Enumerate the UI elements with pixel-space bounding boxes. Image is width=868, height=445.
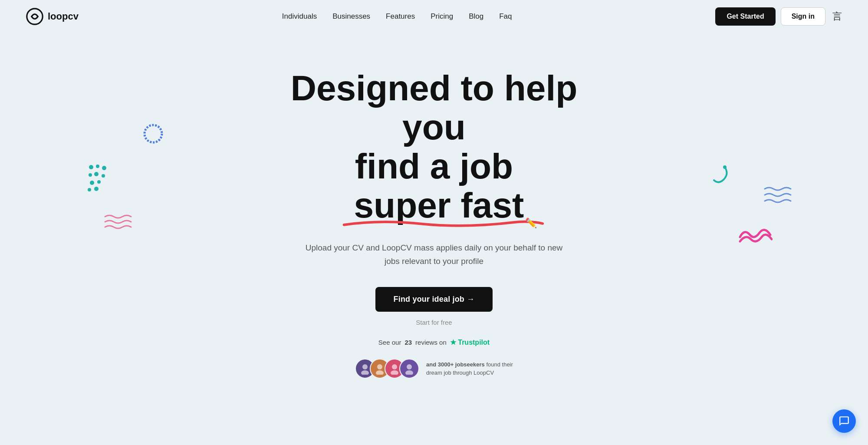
- deco-pink-scribble: [738, 226, 773, 250]
- hero-section: Designed to help you find a job super fa…: [0, 33, 868, 406]
- social-proof-text: and 3000+ jobseekers found their dream j…: [426, 360, 513, 377]
- hero-underlined-word: super fast ✏️: [344, 186, 524, 225]
- find-job-button[interactable]: Find your ideal job →: [375, 287, 493, 312]
- pencil-icon: ✏️: [525, 218, 537, 228]
- nav-links: Individuals Businesses Features Pricing …: [282, 12, 512, 21]
- svg-point-9: [97, 180, 101, 184]
- nav-features[interactable]: Features: [386, 12, 415, 20]
- chat-icon: [838, 415, 850, 427]
- logo-text: loopcv: [48, 11, 79, 22]
- language-icon[interactable]: 言: [832, 10, 842, 23]
- svg-point-15: [377, 364, 382, 369]
- trustpilot-text-before: See our: [378, 339, 401, 346]
- svg-point-5: [89, 173, 92, 177]
- logo-icon: [26, 8, 43, 25]
- logo-link[interactable]: loopcv: [26, 8, 79, 25]
- svg-point-20: [405, 370, 413, 375]
- svg-point-8: [90, 181, 94, 185]
- hero-title: Designed to help you find a job super fa…: [260, 69, 608, 225]
- nav-pricing[interactable]: Pricing: [431, 12, 453, 20]
- avatar-group: [355, 359, 419, 379]
- svg-point-3: [96, 165, 99, 168]
- hero-title-line1: Designed to help you: [291, 68, 578, 147]
- svg-point-1: [145, 125, 162, 142]
- svg-point-14: [361, 370, 369, 375]
- sign-in-button[interactable]: Sign in: [781, 7, 825, 26]
- trustpilot-brand[interactable]: ★ Trustpilot: [450, 338, 490, 346]
- svg-point-12: [723, 165, 727, 169]
- chat-bubble-button[interactable]: [832, 409, 856, 433]
- nav-blog[interactable]: Blog: [469, 12, 483, 20]
- svg-point-7: [102, 174, 105, 178]
- start-free-label: Start for free: [416, 319, 452, 326]
- navbar: loopcv Individuals Businesses Features P…: [0, 0, 868, 33]
- deco-teal-dots: [87, 163, 113, 195]
- trustpilot-text-after: reviews on: [415, 339, 447, 346]
- svg-point-18: [391, 370, 398, 375]
- deco-blue-waves: [764, 185, 794, 208]
- svg-point-11: [94, 187, 99, 191]
- svg-point-4: [102, 166, 106, 170]
- svg-point-2: [89, 165, 93, 169]
- svg-point-10: [88, 188, 91, 191]
- nav-actions: Get Started Sign in 言: [715, 7, 842, 26]
- svg-point-0: [27, 8, 43, 24]
- nav-businesses[interactable]: Businesses: [332, 12, 370, 20]
- svg-point-13: [362, 364, 368, 369]
- trustpilot-count: 23: [404, 339, 412, 346]
- deco-pink-waves: [104, 213, 135, 232]
- deco-teal-curl: [707, 163, 729, 186]
- svg-point-19: [407, 364, 412, 369]
- hero-title-before-underline: find a job: [355, 146, 513, 186]
- svg-point-17: [392, 364, 397, 369]
- get-started-button[interactable]: Get Started: [715, 7, 775, 26]
- avatar-4: [399, 359, 419, 379]
- nav-faq[interactable]: Faq: [499, 12, 512, 20]
- hero-subtitle: Upload your CV and LoopCV mass applies d…: [304, 241, 564, 268]
- trustpilot-row: See our 23 reviews on ★ Trustpilot: [378, 338, 490, 346]
- hero-title-line2: find a job super fast ✏️: [344, 146, 524, 225]
- deco-blue-circle: [143, 124, 163, 144]
- nav-individuals[interactable]: Individuals: [282, 12, 317, 20]
- svg-point-16: [376, 370, 384, 375]
- social-proof: and 3000+ jobseekers found their dream j…: [355, 359, 513, 379]
- svg-point-6: [94, 172, 99, 176]
